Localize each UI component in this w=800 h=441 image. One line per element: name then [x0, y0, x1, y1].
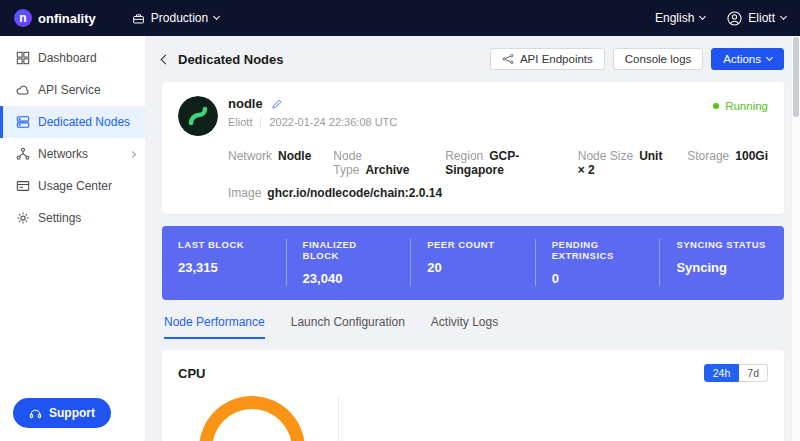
language-label: English [655, 11, 694, 25]
main-content: Dedicated Nodes API Endpoints Console lo… [146, 36, 800, 441]
chevron-down-icon [699, 13, 706, 20]
node-stats-bar: LAST BLOCK 23,315 FINALIZED BLOCK 23,040… [162, 226, 784, 300]
page-title: Dedicated Nodes [162, 52, 283, 67]
chevron-right-icon [129, 150, 136, 157]
sidebar-item-label: Usage Center [38, 179, 112, 193]
detail-node-type: Node TypeArchive [333, 149, 423, 177]
onfinality-logo-icon: n [14, 9, 32, 27]
tab-launch-configuration[interactable]: Launch Configuration [291, 315, 405, 339]
language-selector[interactable]: English [655, 11, 705, 25]
stat-peer-count: PEER COUNT 20 [410, 239, 535, 286]
user-name: Eliott [748, 11, 775, 25]
environment-switcher[interactable]: Production [132, 11, 219, 25]
detail-tabs: Node Performance Launch Configuration Ac… [164, 315, 782, 339]
sidebar-item-label: Dedicated Nodes [38, 115, 130, 129]
support-label: Support [49, 406, 95, 420]
sidebar-item-dedicated-nodes[interactable]: Dedicated Nodes [0, 106, 145, 138]
sidebar-item-label: API Service [38, 83, 101, 97]
workspace-icon [132, 12, 145, 25]
chevron-down-icon [766, 54, 773, 61]
time-range-toggle: 24h 7d [704, 364, 768, 382]
node-owner: Eliott [228, 116, 252, 128]
node-created-timestamp: 2022-01-24 22:36:08 UTC [269, 116, 397, 128]
detail-image: Imageghcr.io/nodlecode/chain:2.0.14 [228, 186, 768, 200]
detail-network: NetworkNodle [228, 149, 311, 177]
chevron-down-icon [213, 13, 220, 20]
chevron-down-icon [780, 13, 787, 20]
chart-divider [338, 396, 339, 441]
environment-label: Production [151, 11, 208, 25]
api-share-icon [502, 53, 514, 65]
network-icon [16, 147, 30, 161]
actions-label: Actions [723, 53, 761, 65]
brand-name: onfinality [38, 11, 96, 26]
range-7d-button[interactable]: 7d [739, 364, 768, 382]
server-icon [16, 115, 30, 129]
console-logs-label: Console logs [625, 53, 691, 65]
brand-logo[interactable]: n onfinality [14, 9, 96, 27]
node-summary-card: nodle Eliott 2022-01-24 22:36:08 UTC Run… [162, 82, 784, 214]
cpu-donut: 63.44% [199, 396, 305, 441]
sidebar-item-label: Networks [38, 147, 88, 161]
sidebar-item-api-service[interactable]: API Service [0, 74, 145, 106]
sidebar-item-settings[interactable]: Settings [0, 202, 145, 234]
detail-node-size: Node SizeUnit × 2 [578, 149, 666, 177]
cpu-card: CPU 24h 7d 63.44% [162, 350, 784, 441]
scrollbar-thumb[interactable] [793, 37, 799, 117]
back-icon[interactable] [161, 54, 171, 64]
nodle-logo [178, 96, 218, 136]
node-details: NetworkNodle Node TypeArchive RegionGCP-… [228, 149, 768, 177]
stat-pending-extrinsics: PENDING EXTRINSICS 0 [535, 239, 660, 286]
cloud-icon [16, 83, 30, 97]
usage-card-icon [16, 179, 30, 193]
stat-finalized-block: FINALIZED BLOCK 23,040 [286, 239, 411, 286]
tab-activity-logs[interactable]: Activity Logs [431, 315, 498, 339]
range-24h-button[interactable]: 24h [704, 364, 740, 382]
cpu-percentage-label: 63.44% [199, 396, 305, 441]
stat-last-block: LAST BLOCK 23,315 [162, 239, 286, 286]
user-menu[interactable]: Eliott [727, 11, 786, 26]
sidebar-item-label: Dashboard [38, 51, 97, 65]
sidebar-item-usage-center[interactable]: Usage Center [0, 170, 145, 202]
dashboard-grid-icon [16, 51, 30, 65]
detail-region: RegionGCP-Singapore [445, 149, 556, 177]
sidebar: Dashboard API Service Dedicated Nodes Ne… [0, 36, 146, 441]
edit-name-icon[interactable] [271, 98, 283, 110]
vertical-scrollbar [791, 36, 800, 441]
status-badge: Running [713, 100, 768, 112]
api-endpoints-label: API Endpoints [520, 53, 593, 65]
actions-button[interactable]: Actions [711, 48, 784, 70]
gear-icon [16, 211, 30, 225]
sidebar-item-label: Settings [38, 211, 81, 225]
page-header: Dedicated Nodes API Endpoints Console lo… [162, 48, 784, 70]
console-logs-button[interactable]: Console logs [613, 48, 703, 70]
node-name: nodle [228, 96, 263, 111]
cpu-chart-title: CPU [178, 366, 205, 381]
topbar: n onfinality Production English Eliott [0, 0, 800, 36]
stat-syncing-status: SYNCING STATUS Syncing [659, 239, 784, 286]
user-avatar-icon [727, 11, 742, 26]
divider [260, 117, 261, 127]
detail-storage: Storage100Gi [687, 149, 768, 177]
api-endpoints-button[interactable]: API Endpoints [490, 48, 605, 70]
headset-icon [29, 407, 42, 420]
page-title-text: Dedicated Nodes [178, 52, 283, 67]
sidebar-item-networks[interactable]: Networks [0, 138, 145, 170]
support-button[interactable]: Support [13, 398, 111, 428]
sidebar-item-dashboard[interactable]: Dashboard [0, 42, 145, 74]
status-text: Running [725, 100, 768, 112]
status-dot-icon [713, 103, 719, 109]
tab-node-performance[interactable]: Node Performance [164, 315, 265, 339]
